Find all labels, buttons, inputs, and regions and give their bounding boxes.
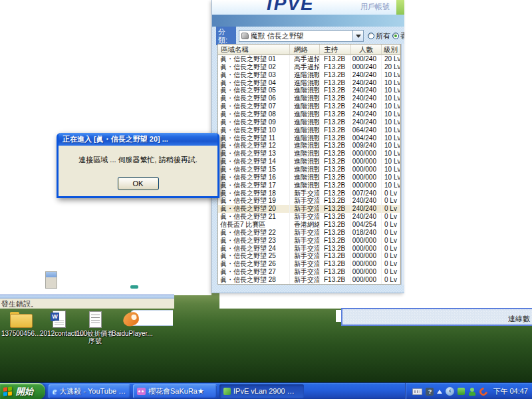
text-doc-icon: [89, 310, 102, 329]
filter-所有[interactable]: 所有: [368, 31, 390, 41]
category-dropdown[interactable]: 魔獸 信長之野望: [239, 30, 364, 42]
error-text: 發生錯誤。: [1, 299, 38, 309]
taskbar-item-ipve[interactable]: IPvE vLan 2900 遊戲...: [219, 384, 304, 398]
room-row[interactable]: 眞・信長之野望 06進階混戰F13.2B240/24010 Lv: [218, 94, 400, 102]
taskbar-item-chat[interactable]: 櫻花會SaKuRa★: [133, 384, 217, 398]
ipve-icon: [223, 388, 231, 395]
room-name: 眞・信長之野望 09: [218, 118, 290, 126]
room-host: F13.2B: [320, 276, 351, 284]
table-scrollbar[interactable]: [401, 44, 404, 285]
radio-icon[interactable]: [368, 33, 374, 39]
room-level: 10 Lv: [382, 166, 400, 174]
room-network: 新手交流: [290, 260, 320, 268]
hide-icons-icon[interactable]: [437, 387, 442, 394]
room-host: F13.2B: [320, 142, 351, 150]
room-host: F13.2B: [320, 126, 351, 134]
room-row[interactable]: 眞・信長之野望 22新手交流F13.2B018/2400 Lv: [218, 229, 400, 237]
crescent-icon[interactable]: [478, 386, 489, 397]
filter-label: 香港: [400, 31, 404, 41]
filter-香港[interactable]: 香港: [392, 31, 404, 41]
room-row[interactable]: 眞・信長之野望 15進階混戰F13.2B000/00010 Lv: [218, 166, 400, 174]
room-network: 進階混戰: [290, 102, 320, 110]
room-level: 10 Lv: [382, 110, 400, 118]
room-host: F13.2B: [320, 268, 351, 276]
room-host: F13.2B: [320, 110, 351, 118]
green-status-icon[interactable]: [458, 388, 465, 395]
taskbar-item-label: 大逃殺 - YouTube - ...: [59, 386, 126, 396]
room-row[interactable]: 眞・信長之野望 23新手交流F13.2B000/0000 Lv: [218, 237, 400, 245]
folder-icon: [10, 310, 31, 329]
room-row[interactable]: 眞・信長之野望 12進階混戰F13.2B009/24010 Lv: [218, 142, 400, 150]
room-players: 000/240: [351, 63, 382, 71]
screen-artifact: [130, 285, 138, 289]
ipve-logo: IPvE: [267, 0, 315, 15]
room-name: 眞・信長之野望 18: [218, 190, 290, 198]
ok-button[interactable]: OK: [118, 177, 159, 190]
room-row[interactable]: 眞・信長之野望 07進階混戰F13.2B240/24010 Lv: [218, 102, 400, 110]
room-row[interactable]: 眞・信長之野望 03進階混戰F13.2B240/24010 Lv: [218, 71, 400, 79]
taskbar-item-ie[interactable]: 大逃殺 - YouTube - ...: [49, 384, 130, 398]
radio-icon[interactable]: [392, 33, 399, 39]
room-row[interactable]: 眞・信長之野望 05進階混戰F13.2B240/24010 Lv: [218, 86, 400, 94]
room-row[interactable]: 眞・信長之野望 21新手交流F13.2B240/2400 Lv: [218, 213, 400, 221]
room-level: 10 Lv: [382, 182, 400, 190]
desktop-icon-word-doc[interactable]: 2012contactlist: [40, 310, 78, 337]
ie-icon: [53, 386, 57, 397]
room-row[interactable]: 眞・信長之野望 19新手交流F13.2B240/2400 Lv: [218, 197, 400, 205]
room-table-header: 區域名稱網絡主持人數級別: [218, 45, 400, 55]
room-row[interactable]: 信長盃7 比賽區香港網絡F13.2B004/2540 Lv: [218, 221, 400, 229]
room-name: 眞・信長之野望 15: [218, 166, 290, 174]
back-circle-icon[interactable]: [446, 387, 454, 396]
room-row[interactable]: 眞・信長之野望 08進階混戰F13.2B240/24010 Lv: [218, 110, 400, 118]
account-link[interactable]: 用戶帳號: [360, 2, 390, 12]
start-button[interactable]: 開始: [0, 383, 45, 399]
desktop-icon-label: 137500456...: [1, 330, 40, 337]
dialog-titlebar[interactable]: 正在進入 [眞・信長之野望 20] ...: [59, 133, 217, 146]
room-row[interactable]: 眞・信長之野望 02高手過招F13.2B000/24020 Lv: [218, 63, 400, 71]
window-fragment: [45, 271, 57, 289]
dropdown-arrow-icon[interactable]: [352, 31, 363, 41]
room-row[interactable]: 眞・信長之野望 16進階混戰F13.2B000/00010 Lv: [218, 174, 400, 182]
room-row[interactable]: 眞・信長之野望 20新手交流F13.2B240/2400 Lv: [218, 205, 400, 213]
room-row[interactable]: 眞・信長之野望 09進階混戰F13.2B240/24010 Lv: [218, 118, 400, 126]
room-row[interactable]: 眞・信長之野望 01高手過招F13.2B000/24020 Lv: [218, 55, 400, 63]
room-row[interactable]: 眞・信長之野望 17進階混戰F13.2B000/00010 Lv: [218, 182, 400, 190]
desktop-icon-folder[interactable]: 137500456...: [1, 310, 40, 337]
room-name: 眞・信長之野望 03: [218, 71, 290, 79]
room-row[interactable]: 眞・信長之野望 13進階混戰F13.2B000/00010 Lv: [218, 150, 400, 158]
room-row[interactable]: 眞・信長之野望 28新手交流F13.2B000/0000 Lv: [218, 276, 400, 284]
help-icon[interactable]: [426, 388, 434, 396]
desktop-icon-text-doc[interactable]: 100蚊折價卷序號: [76, 310, 114, 344]
chat-icon: [137, 388, 146, 395]
room-network: 進階混戰: [290, 71, 320, 79]
room-level: 10 Lv: [382, 102, 400, 110]
room-level: 10 Lv: [382, 94, 400, 102]
taskbar-clock[interactable]: 下午 04:47: [493, 386, 528, 396]
header-bar: [212, 15, 404, 27]
room-row[interactable]: 眞・信長之野望 26新手交流F13.2B000/0000 Lv: [218, 260, 400, 268]
room-row[interactable]: 眞・信長之野望 25新手交流F13.2B000/0000 Lv: [218, 252, 400, 260]
room-network: 新手交流: [290, 229, 320, 237]
column-header[interactable]: 級別: [382, 45, 400, 55]
messenger-icon[interactable]: [468, 388, 476, 396]
room-row[interactable]: 眞・信長之野望 27新手交流F13.2B000/0000 Lv: [218, 268, 400, 276]
column-header[interactable]: 網絡: [290, 45, 320, 55]
column-header[interactable]: 區域名稱: [218, 45, 290, 55]
room-row[interactable]: 眞・信長之野望 14進階混戰F13.2B000/00010 Lv: [218, 158, 400, 166]
room-network: 進階混戰: [290, 174, 320, 182]
column-header[interactable]: 人數: [351, 45, 382, 55]
room-row[interactable]: 眞・信長之野望 11進階混戰F13.2B004/24010 Lv: [218, 134, 400, 142]
room-row[interactable]: 眞・信長之野望 24新手交流F13.2B000/0000 Lv: [218, 245, 400, 253]
room-players: 000/000: [351, 158, 382, 166]
room-row[interactable]: 眞・信長之野望 18新手交流F13.2B007/2400 Lv: [218, 190, 400, 198]
room-row[interactable]: 眞・信長之野望 10進階混戰F13.2B064/24010 Lv: [218, 126, 400, 134]
room-host: F13.2B: [320, 190, 351, 198]
room-players: 240/240: [351, 86, 382, 94]
room-host: F13.2B: [320, 150, 351, 158]
room-network: 高手過招: [290, 63, 320, 71]
column-header[interactable]: 主持: [320, 45, 351, 55]
desktop-icon-baidu-player[interactable]: BaiduPlayer...: [112, 310, 150, 337]
room-row[interactable]: 眞・信長之野望 04進階混戰F13.2B240/24010 Lv: [218, 79, 400, 87]
room-level: 0 Lv: [382, 205, 400, 213]
keyboard-icon[interactable]: [412, 388, 422, 395]
